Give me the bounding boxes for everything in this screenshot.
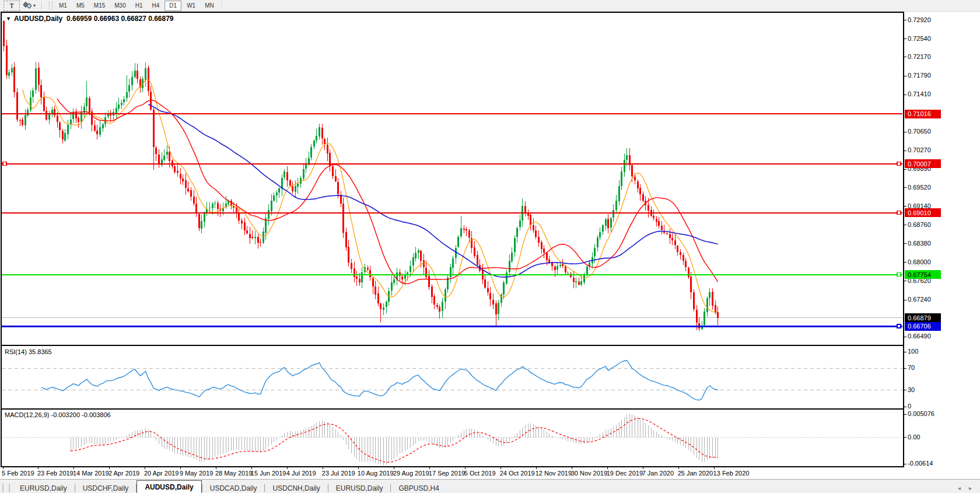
chart-canvas[interactable] bbox=[0, 0, 980, 493]
price-tick: 0.70650 bbox=[908, 128, 931, 135]
ohlc-low: 0.66827 bbox=[121, 15, 146, 23]
price-tick: 0.68000 bbox=[908, 258, 931, 265]
date-label: 28 May 2019 bbox=[215, 470, 253, 477]
price-tick: 0.72920 bbox=[908, 16, 931, 23]
date-label: 24 Oct 2019 bbox=[500, 470, 535, 477]
date-label: 12 Nov 2019 bbox=[536, 470, 572, 477]
date-label: 15 Jun 2019 bbox=[251, 470, 286, 477]
date-label: 2 Apr 2019 bbox=[108, 470, 139, 477]
rsi-scale-tick: 100 bbox=[908, 348, 918, 355]
price-tick: 0.68760 bbox=[908, 221, 931, 228]
level-price-box: 0.70007 bbox=[905, 159, 941, 168]
price-tick: 0.66490 bbox=[908, 333, 931, 340]
price-tick: 0.72170 bbox=[908, 53, 931, 60]
date-label: 29 Aug 2019 bbox=[393, 470, 429, 477]
price-tick: 0.68380 bbox=[908, 240, 931, 247]
macd-scale-tick: 0.005076 bbox=[908, 410, 935, 417]
level-price-box: 0.66706 bbox=[905, 322, 941, 331]
date-label: 19 Dec 2019 bbox=[607, 470, 643, 477]
price-tick: 0.71410 bbox=[908, 90, 931, 97]
ohlc-open: 0.66959 bbox=[66, 15, 92, 23]
rsi-panel-label: RSI(14) 35.8365 bbox=[5, 348, 52, 355]
chart-tab-audusd-daily[interactable]: AUDUSD,Daily bbox=[136, 480, 201, 493]
date-label: 14 Mar 2019 bbox=[73, 470, 109, 477]
price-tick: 0.71790 bbox=[908, 72, 931, 79]
date-label: 5 Oct 2019 bbox=[464, 470, 496, 477]
chart-header: ▼AUDUSD,Daily 0.66959 0.66963 0.66827 0.… bbox=[6, 15, 174, 23]
macd-scale-tick: 0.00 bbox=[908, 433, 920, 440]
mt4-window: { "toolbar": { "text_tool": "T", "styles… bbox=[0, 0, 980, 493]
date-label: 4 Jul 2019 bbox=[286, 470, 316, 477]
date-label: 7 Jan 2020 bbox=[642, 470, 674, 477]
date-label: 25 Jan 2020 bbox=[678, 470, 713, 477]
macd-scale-tick: -0.00614 bbox=[908, 460, 933, 467]
price-tick: 0.70270 bbox=[908, 146, 931, 153]
date-label: 17 Sep 2019 bbox=[429, 470, 465, 477]
price-tick: 0.69520 bbox=[908, 184, 931, 191]
date-label: 30 Nov 2019 bbox=[571, 470, 607, 477]
date-label: 5 Feb 2019 bbox=[2, 470, 34, 477]
rsi-scale-tick: 0 bbox=[908, 403, 911, 410]
macd-panel-label: MACD(12,26,9) -0.003200 -0.003806 bbox=[5, 411, 111, 418]
rsi-scale-tick: 70 bbox=[908, 364, 915, 371]
date-label: 23 Feb 2019 bbox=[37, 470, 74, 477]
price-tick: 0.67240 bbox=[908, 296, 931, 303]
ohlc-close: 0.66879 bbox=[148, 15, 173, 23]
price-tick: 0.72540 bbox=[908, 35, 931, 42]
date-label: 23 Jul 2019 bbox=[322, 470, 355, 477]
collapse-chart-icon[interactable]: ▼ bbox=[6, 16, 11, 22]
chart-symbol: AUDUSD,Daily bbox=[14, 15, 62, 23]
level-price-box: 0.69010 bbox=[905, 208, 941, 217]
rsi-value: 35.8365 bbox=[29, 348, 52, 355]
date-label: 9 May 2019 bbox=[180, 470, 213, 477]
level-price-box: 0.67754 bbox=[905, 270, 941, 279]
level-price-box: 0.71016 bbox=[905, 110, 941, 118]
date-label: 13 Feb 2020 bbox=[713, 470, 750, 477]
macd-signal-value: -0.003806 bbox=[82, 411, 111, 418]
date-label: 20 Apr 2019 bbox=[144, 470, 178, 477]
current-price-box: 0.66879 bbox=[905, 313, 941, 322]
date-label: 10 Aug 2019 bbox=[358, 470, 394, 477]
rsi-scale-tick: 30 bbox=[908, 386, 915, 393]
ohlc-high: 0.66963 bbox=[94, 15, 119, 23]
macd-main-value: -0.003200 bbox=[51, 411, 80, 418]
